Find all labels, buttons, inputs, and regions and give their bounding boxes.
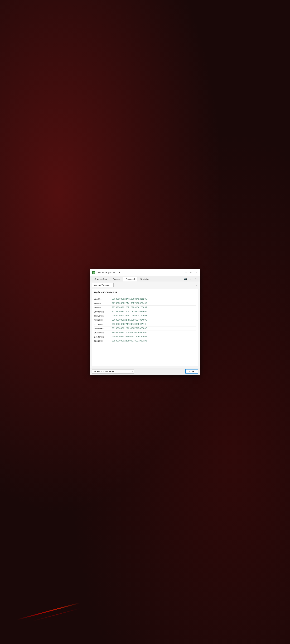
timing-value: 999000000022449D0105A6B44805 <box>112 332 196 334</box>
timing-freq: 1750 MHz <box>94 336 112 338</box>
timing-freq: 1250 MHz <box>94 319 112 321</box>
timing-freq: 1625 MHz <box>94 332 112 334</box>
app-icon <box>92 271 95 274</box>
section-dropdown-wrapper: Memory Timings ▾ <box>92 283 198 288</box>
timing-row: 1750 MHz 999000000022559D031626C49905 <box>94 335 196 339</box>
timing-value: 777000000022BB1C083136265O5F <box>112 306 196 309</box>
title-bar: TechPowerUp GPU-Z 2.51.0 — □ ✕ <box>90 269 200 276</box>
timing-value: 999000000022EE1C06BBD472F505 <box>112 315 196 317</box>
timing-row: 1500 MHz 999000000022229D0CE515A3E805 <box>94 326 196 331</box>
window-title: TechPowerUp GPU-Z 2.51.0 <box>97 272 123 274</box>
timing-freq: 400 MHz <box>94 298 112 300</box>
timing-value: 999000000022559D031626C49905 <box>112 336 196 338</box>
timing-freq: 2000 MHz <box>94 340 112 342</box>
tab-sensors[interactable]: Sensors <box>110 277 123 282</box>
maximize-button[interactable]: □ <box>189 271 193 274</box>
app-icon-inner <box>93 272 95 274</box>
tabs-bar: Graphics Card Sensors Advanced Validatio… <box>90 276 200 282</box>
tab-validation[interactable]: Validation <box>137 277 152 282</box>
tab-icons-group: 📷 ↺ ≡ <box>183 276 198 281</box>
timing-row: 1125 MHz 999000000022EE1C06BBD472F505 <box>94 314 196 318</box>
timing-row: 900 MHz 777000000022BB1C083136265O5F <box>94 306 196 310</box>
close-window-button[interactable]: ✕ <box>194 271 198 274</box>
chip-name: Hynix H5GC8H24AJR <box>94 291 196 295</box>
timing-row: 400 MHz 555000000022AA1C063941211205 <box>94 297 196 302</box>
timing-value: 999000000022FF1C08CC54834505 <box>112 319 196 321</box>
timing-row: 1250 MHz 999000000022FF1C08CC54834505 <box>94 318 196 322</box>
section-dropdown[interactable]: Memory Timings <box>92 283 114 288</box>
close-button[interactable]: Close <box>185 369 198 374</box>
timing-freq: 900 MHz <box>94 306 112 309</box>
tab-graphics-card[interactable]: Graphics Card <box>92 277 110 282</box>
gpu-dropdown-wrapper: Radeon RX 560 Series ▾ <box>92 369 134 374</box>
timing-row: 1625 MHz 999000000022449D0105A6B44805 <box>94 331 196 335</box>
timing-row: 2000 MHz BBB000000022889D073EE7D53A05 <box>94 339 196 343</box>
timing-freq: 800 MHz <box>94 302 112 304</box>
tab-advanced[interactable]: Advanced <box>123 277 137 282</box>
timing-row: 1000 MHz 777000000022CC1C029B53629605 <box>94 310 196 314</box>
minimize-button[interactable]: — <box>184 271 188 274</box>
content-area: Memory Timings ▾ Hynix H5GC8H24AJR 400 M… <box>90 282 200 368</box>
timing-row: 800 MHz 777000000022AA1C0E7AC3522405 <box>94 302 196 306</box>
timing-value: 555000000022AA1C063941211205 <box>112 298 196 300</box>
data-panel: Hynix H5GC8H24AJR 400 MHz 555000000022AA… <box>92 289 198 366</box>
footer: Radeon RX 560 Series ▾ Close <box>90 368 200 375</box>
timing-value: 777000000022AA1C0E7AC3522405 <box>112 302 196 304</box>
timing-row: 1375 MHz 999000000022119D0ADCD593A70 <box>94 322 196 326</box>
refresh-icon[interactable]: ↺ <box>189 277 192 280</box>
camera-icon[interactable]: 📷 <box>183 277 187 280</box>
section-dropdown-row: Memory Timings ▾ <box>92 283 198 288</box>
window-controls: — □ ✕ <box>184 271 198 274</box>
timing-freq: 1000 MHz <box>94 310 112 313</box>
application-window: TechPowerUp GPU-Z 2.51.0 — □ ✕ Graphics … <box>90 269 200 375</box>
gpu-selector[interactable]: Radeon RX 560 Series <box>92 369 134 374</box>
timing-value: 999000000022229D0CE515A3E805 <box>112 327 196 330</box>
timing-value: 777000000022CC1C029B53629605 <box>112 310 196 313</box>
dropdown-arrow-icon: ▾ <box>196 284 197 286</box>
menu-icon[interactable]: ≡ <box>194 277 198 280</box>
timing-freq: 1500 MHz <box>94 327 112 330</box>
timing-freq: 1125 MHz <box>94 315 112 317</box>
timing-value: 999000000022119D0ADCD593A70 <box>112 323 196 326</box>
timing-freq: 1375 MHz <box>94 323 112 326</box>
title-left: TechPowerUp GPU-Z 2.51.0 <box>92 271 123 274</box>
timing-value: BBB000000022889D073EE7D53A05 <box>112 340 196 342</box>
